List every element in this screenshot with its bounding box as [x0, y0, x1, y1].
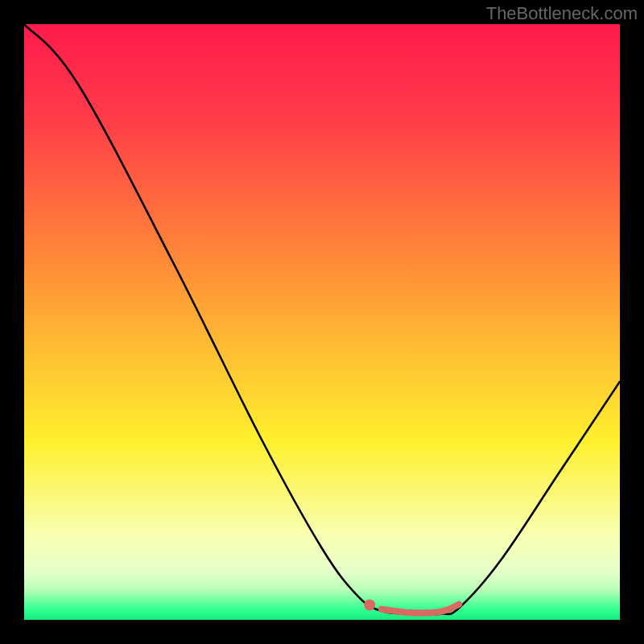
canvas: TheBottleneck.com	[0, 0, 644, 644]
highlight-layer	[24, 24, 620, 620]
plot-area	[24, 24, 620, 620]
highlight-dot	[364, 599, 375, 610]
watermark-label: TheBottleneck.com	[486, 3, 638, 24]
highlight-segment	[382, 605, 459, 613]
